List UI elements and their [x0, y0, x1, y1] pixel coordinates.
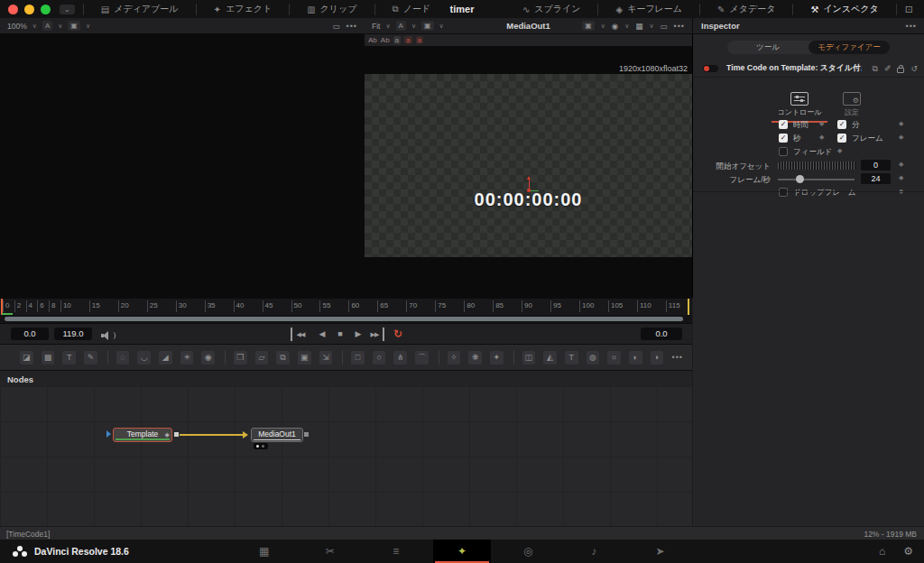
text-style-tool-4[interactable]: a	[416, 36, 423, 44]
start-offset-thumbwheel[interactable]	[778, 162, 856, 170]
text-style-tool-1[interactable]: Ab	[381, 36, 390, 44]
keyframe-diamond-icon[interactable]: ◆	[899, 120, 903, 127]
tab-settings[interactable]: ⚙ 設定	[834, 92, 870, 117]
keyframe-diamond-icon[interactable]: ◆	[819, 134, 824, 141]
node-connection-wire[interactable]	[180, 434, 243, 436]
text-style-tool-3[interactable]: a	[404, 36, 411, 44]
frame-rate-value-input[interactable]: 24	[861, 173, 891, 184]
modifier-enable-toggle[interactable]	[703, 65, 718, 72]
frame-rate-slider-thumb[interactable]	[796, 175, 804, 183]
inspector-options-menu[interactable]: •••	[906, 22, 917, 31]
polyline-mask-icon[interactable]: ⋔	[393, 351, 407, 365]
topbar-button-spline[interactable]: ∿スプライン	[513, 0, 590, 18]
range-start-input[interactable]: 0.0	[11, 328, 49, 340]
left-viewer-zoom-select[interactable]: 100%	[7, 22, 27, 31]
inspector-tab-tools[interactable]: ツール	[727, 41, 808, 54]
settings-gear-icon[interactable]: ⚙	[903, 545, 913, 558]
page-color[interactable]: ◎	[499, 540, 557, 563]
right-viewer-expand-icon[interactable]: ▭	[661, 22, 668, 31]
right-viewer-display-select[interactable]: ▣	[421, 21, 434, 31]
text-3d-icon[interactable]: T	[565, 351, 578, 365]
topbar-button-effects[interactable]: ✦エフェクト	[205, 0, 282, 18]
left-viewer-channel-select[interactable]: A	[42, 21, 52, 31]
timeline-scrollbar[interactable]	[5, 317, 683, 321]
play-reverse-button[interactable]: ◀	[314, 328, 330, 341]
brightness-contrast-icon[interactable]: ☀	[180, 351, 194, 365]
checkbox-フィールド[interactable]	[779, 147, 788, 156]
merge-3d-icon[interactable]: ◍	[587, 351, 600, 365]
page-fairlight[interactable]: ♪	[565, 540, 623, 563]
topbar-button-nodes[interactable]: ⧉ノード	[383, 0, 440, 18]
audio-mute-icon[interactable]	[101, 331, 116, 341]
left-viewer[interactable]	[0, 34, 365, 298]
home-icon[interactable]: ⌂	[879, 545, 885, 558]
topbar-button-inspector[interactable]: ⚒インスペクタ	[801, 0, 887, 18]
template-output-port[interactable]	[174, 432, 179, 437]
toolbar-options-menu[interactable]: •••	[672, 353, 683, 362]
minimize-window-button[interactable]	[24, 5, 34, 14]
page-media[interactable]: ▦	[236, 540, 293, 563]
play-forward-button[interactable]: ▶	[350, 328, 366, 341]
left-viewer-display-select[interactable]: ▣	[68, 21, 80, 31]
page-cut[interactable]: ✂	[301, 540, 359, 563]
particle-emitter-icon[interactable]: ✧	[448, 351, 461, 365]
viewer-assign-badge[interactable]	[254, 443, 268, 449]
goto-start-button[interactable]: ◀◀	[291, 328, 309, 341]
rectangle-mask-icon[interactable]: □	[351, 351, 365, 365]
checkbox-ドロップフレーム[interactable]	[779, 188, 788, 197]
keyframe-diamond-icon[interactable]: ◆	[899, 161, 903, 168]
bspline-icon[interactable]: ⌒	[415, 351, 429, 365]
text-style-tool-2[interactable]: a	[393, 36, 401, 44]
checkbox-分[interactable]: ✓	[837, 120, 846, 129]
workspace-dropdown[interactable]: ⌄	[60, 5, 75, 14]
range-end-marker[interactable]	[688, 299, 689, 316]
current-frame-input[interactable]: 0.0	[641, 328, 682, 340]
merge-icon[interactable]: ⧉	[276, 351, 290, 365]
keyframe-diamond-icon[interactable]: ◆	[899, 134, 903, 141]
node-graph[interactable]: Template ◈ MediaOut1	[0, 386, 692, 526]
keyframe-diamond-icon[interactable]: ◆	[837, 147, 842, 154]
topbar-button-metadata[interactable]: ✎メタデータ	[708, 0, 784, 18]
copy-icon[interactable]: ⧉	[872, 64, 877, 74]
dve-icon[interactable]: ▱	[255, 351, 269, 365]
resize-icon[interactable]: ⇲	[319, 351, 333, 365]
topbar-button-clips[interactable]: ▥クリップ	[298, 0, 365, 18]
color-wheel-icon[interactable]: ◉	[612, 22, 618, 31]
reset-icon[interactable]: ↺	[910, 64, 918, 73]
node-template[interactable]: Template ◈	[113, 428, 172, 442]
page-deliver[interactable]: ➤	[631, 540, 688, 563]
fast-noise-icon[interactable]: ▩	[42, 351, 55, 365]
node-mediaout1[interactable]: MediaOut1	[251, 428, 303, 442]
left-viewer-options-menu[interactable]: •••	[346, 22, 357, 31]
particle-spawn-icon[interactable]: ✦	[490, 351, 504, 365]
polygon-mask-icon[interactable]: ◌	[116, 351, 130, 365]
bspline-mask-icon[interactable]: ◡	[137, 351, 151, 365]
topbar-button-keyframes[interactable]: ◈キーフレーム	[606, 0, 691, 18]
tab-controls[interactable]: コントロール	[767, 92, 832, 117]
lock-icon[interactable]	[897, 68, 904, 73]
pin-icon[interactable]: ✐	[884, 64, 892, 73]
right-viewer-channel-select[interactable]: A	[396, 21, 406, 31]
shape-3d-icon[interactable]: ◭	[543, 351, 557, 365]
camera-3d-icon[interactable]: ⌗	[607, 351, 621, 365]
right-viewer-zoom-select[interactable]: Fit	[372, 22, 380, 31]
page-edit[interactable]: ≡	[367, 540, 425, 563]
loop-button[interactable]: ↻	[390, 328, 406, 341]
particle-render-icon[interactable]: ❋	[468, 351, 482, 365]
grid-overlay-icon[interactable]: ▦	[635, 22, 642, 31]
checkbox-フレーム[interactable]: ✓	[837, 134, 846, 143]
right-viewer-options-menu[interactable]: •••	[674, 22, 685, 31]
viewer-lut-icon[interactable]: ▣	[582, 21, 595, 31]
checkbox-秒[interactable]: ✓	[779, 134, 788, 143]
text-plus-icon[interactable]: T	[62, 351, 76, 365]
maximize-window-button[interactable]	[41, 5, 51, 14]
page-fusion[interactable]: ✦	[433, 540, 491, 563]
color-corrector-icon[interactable]: ◉	[201, 351, 215, 365]
transform-icon[interactable]: ❒	[234, 351, 247, 365]
start-offset-value-input[interactable]: 0	[861, 160, 891, 171]
renderer-3d-icon[interactable]: ◗	[651, 351, 664, 365]
clean-feed-icon[interactable]: ⊡	[905, 4, 913, 15]
ellipse-mask-icon[interactable]: ○	[373, 351, 386, 365]
topbar-button-media-pool[interactable]: ▤メディアプール	[92, 0, 188, 18]
text-style-tool-0[interactable]: Ab	[368, 36, 377, 44]
